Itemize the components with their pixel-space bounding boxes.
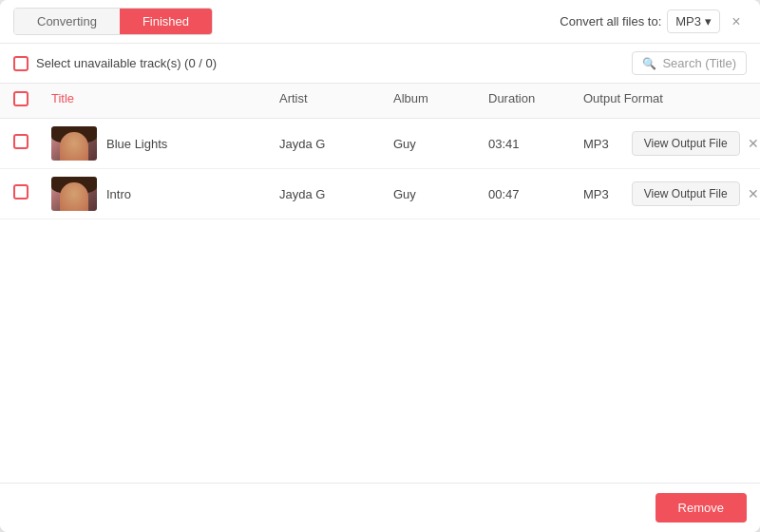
toolbar: Select unavailable track(s) (0 / 0) 🔍 Se… xyxy=(0,44,760,84)
select-unavailable: Select unavailable track(s) (0 / 0) xyxy=(13,56,217,71)
footer: Remove xyxy=(0,483,760,532)
row-1-actions: MP3 View Output File ✕ xyxy=(583,131,759,156)
app-window: Converting Finished Convert all files to… xyxy=(0,0,760,532)
row-2-checkbox[interactable] xyxy=(13,184,28,200)
table-header: Title Artist Album Duration Output Forma… xyxy=(0,84,760,119)
select-unavailable-label: Select unavailable track(s) (0 / 0) xyxy=(36,56,217,70)
format-value: MP3 xyxy=(675,14,701,28)
row-1-thumbnail xyxy=(51,126,97,161)
search-icon: 🔍 xyxy=(642,57,656,70)
row-2-title-cell: Intro xyxy=(51,177,279,211)
format-select[interactable]: MP3 ▾ xyxy=(667,10,720,33)
header-checkbox-col xyxy=(13,91,51,110)
row-1-output-format: MP3 xyxy=(583,137,609,151)
row-1-checkbox[interactable] xyxy=(13,134,28,149)
row-2-checkbox-col xyxy=(13,184,51,203)
row-2-artist: Jayda G xyxy=(279,187,393,201)
row-1-duration: 03:41 xyxy=(488,137,583,151)
row-1-view-output-button[interactable]: View Output File xyxy=(632,131,740,156)
col-header-duration: Duration xyxy=(488,91,583,110)
tab-group: Converting Finished xyxy=(13,8,213,35)
table-row: Intro Jayda G Guy 00:47 MP3 View Output … xyxy=(0,169,760,219)
row-1-checkbox-col xyxy=(13,134,51,153)
convert-all-label: Convert all files to: xyxy=(560,14,661,28)
search-placeholder: Search (Title) xyxy=(662,56,736,70)
row-2-album: Guy xyxy=(393,187,488,201)
row-1-artist: Jayda G xyxy=(279,137,393,151)
row-2-duration: 00:47 xyxy=(488,187,583,201)
table-row: Blue Lights Jayda G Guy 03:41 MP3 View O… xyxy=(0,119,760,169)
col-header-output-format: Output Format xyxy=(583,91,747,110)
col-header-title: Title xyxy=(51,91,279,110)
tab-converting[interactable]: Converting xyxy=(14,9,120,34)
remove-button[interactable]: Remove xyxy=(656,493,747,522)
col-header-artist: Artist xyxy=(279,91,393,110)
close-button[interactable]: × xyxy=(726,11,747,32)
header: Converting Finished Convert all files to… xyxy=(0,0,760,44)
table-body: Blue Lights Jayda G Guy 03:41 MP3 View O… xyxy=(0,119,760,483)
row-1-title-cell: Blue Lights xyxy=(51,126,279,161)
convert-all-section: Convert all files to: MP3 ▾ × xyxy=(560,10,747,33)
col-header-album: Album xyxy=(393,91,488,110)
row-2-actions: MP3 View Output File ✕ xyxy=(583,181,759,206)
row-2-title: Intro xyxy=(106,187,131,201)
row-2-view-output-button[interactable]: View Output File xyxy=(632,181,740,206)
row-1-album: Guy xyxy=(393,137,488,151)
row-2-remove-icon[interactable]: ✕ xyxy=(748,187,759,200)
row-2-output-format: MP3 xyxy=(583,187,609,201)
search-box[interactable]: 🔍 Search (Title) xyxy=(632,51,747,75)
chevron-down-icon: ▾ xyxy=(705,14,712,28)
row-1-title: Blue Lights xyxy=(106,137,167,151)
row-2-thumbnail xyxy=(51,177,97,211)
row-1-remove-icon[interactable]: ✕ xyxy=(748,137,759,150)
select-all-checkbox[interactable] xyxy=(13,91,28,106)
select-unavailable-checkbox[interactable] xyxy=(13,56,28,71)
tab-finished[interactable]: Finished xyxy=(120,9,212,34)
